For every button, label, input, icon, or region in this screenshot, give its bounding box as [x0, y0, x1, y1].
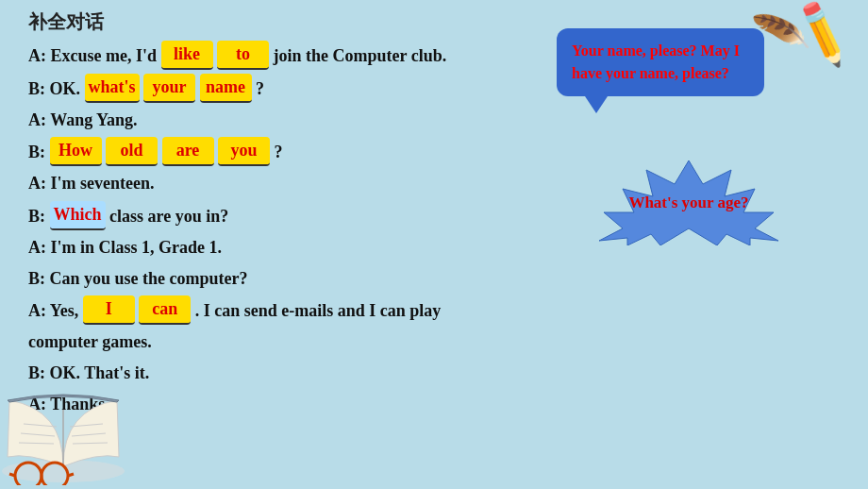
book-svg [0, 381, 127, 485]
speaker-a-5: A: I'm seventeen. [28, 174, 154, 193]
blank-which: Which [50, 201, 106, 230]
speaker-a-3: A: Wang Yang. [28, 110, 138, 129]
speaker-b-6: B: [28, 207, 50, 226]
blank-you: you [218, 137, 270, 166]
dialog-line-3: A: Wang Yang. [28, 107, 840, 134]
main-container: 补全对话 A: Excuse me, I'd like to join the … [0, 0, 868, 489]
speaker-b-10: B: OK. That's it. [28, 363, 149, 382]
blank-like: like [161, 41, 213, 70]
blank-to: to [217, 41, 269, 70]
svg-line-12 [9, 474, 15, 476]
dialog-line-10: B: OK. That's it. [28, 360, 840, 387]
dialog-line-9b: computer games. [28, 329, 840, 356]
bubble-name-text: Your name, please? May I have your name,… [572, 42, 740, 81]
blank-are: are [162, 137, 214, 166]
blank-whats: what's [85, 74, 140, 103]
blank-i: I [83, 295, 135, 325]
bubble-age-hint: What's your age? [585, 160, 793, 245]
bubble-age-text: What's your age? [628, 192, 748, 214]
speaker-a-9: A: Yes, [28, 301, 83, 320]
blank-name: name [200, 74, 252, 103]
dialog-line-9: A: Yes, I can . I can send e-mails and I… [28, 295, 840, 325]
speaker-b-4: B: [28, 143, 50, 161]
blank-how: How [50, 137, 102, 166]
blank-old: old [106, 137, 158, 166]
dialog-line-11: A: Thanks. [28, 391, 840, 418]
speaker-a-1: A: Excuse me, I'd [28, 46, 161, 65]
svg-line-13 [68, 474, 74, 476]
book-icon [0, 381, 127, 489]
line-9b-text: computer games. [28, 332, 152, 351]
blank-your: your [143, 74, 195, 103]
speaker-b-2: B: OK. [28, 79, 85, 98]
speaker-b-8: B: Can you use the computer? [28, 269, 248, 288]
blank-can: can [139, 295, 191, 325]
speaker-a-7: A: I'm in Class 1, Grade 1. [28, 238, 222, 257]
dialog-line-8: B: Can you use the computer? [28, 265, 840, 293]
bubble-name-hint: Your name, please? May I have your name,… [557, 28, 764, 96]
